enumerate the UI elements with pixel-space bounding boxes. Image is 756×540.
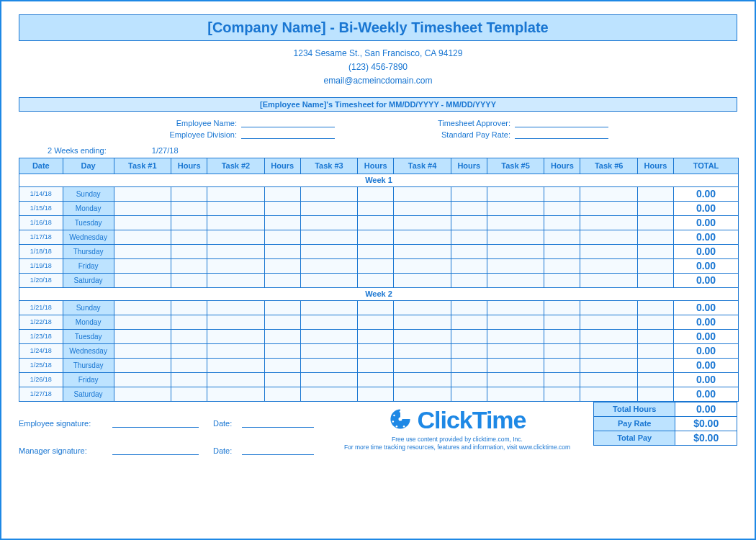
cell-hours[interactable]	[358, 273, 394, 287]
cell-hours[interactable]	[451, 329, 487, 343]
cell-task[interactable]	[207, 372, 264, 387]
cell-task[interactable]	[300, 358, 357, 372]
cell-hours[interactable]	[637, 372, 673, 387]
cell-task[interactable]	[114, 387, 171, 401]
cell-hours[interactable]	[264, 358, 300, 372]
cell-hours[interactable]	[171, 201, 207, 215]
cell-hours[interactable]	[544, 329, 580, 343]
cell-task[interactable]	[300, 258, 357, 273]
cell-hours[interactable]	[358, 258, 394, 273]
cell-hours[interactable]	[451, 258, 487, 273]
cell-hours[interactable]	[264, 343, 300, 358]
cell-task[interactable]	[207, 273, 264, 287]
cell-task[interactable]	[487, 186, 544, 201]
cell-task[interactable]	[207, 300, 264, 315]
cell-task[interactable]	[487, 258, 544, 273]
cell-hours[interactable]	[264, 387, 300, 401]
employee-name-field[interactable]	[241, 117, 335, 127]
cell-task[interactable]	[207, 343, 264, 358]
cell-task[interactable]	[207, 230, 264, 244]
cell-hours[interactable]	[544, 230, 580, 244]
cell-task[interactable]	[580, 300, 637, 315]
cell-task[interactable]	[394, 387, 451, 401]
cell-task[interactable]	[580, 343, 637, 358]
cell-hours[interactable]	[544, 201, 580, 215]
cell-hours[interactable]	[637, 186, 673, 201]
cell-hours[interactable]	[264, 329, 300, 343]
cell-hours[interactable]	[358, 315, 394, 329]
cell-task[interactable]	[114, 273, 171, 287]
cell-task[interactable]	[580, 273, 637, 287]
cell-task[interactable]	[394, 201, 451, 215]
cell-task[interactable]	[394, 329, 451, 343]
cell-task[interactable]	[207, 201, 264, 215]
cell-hours[interactable]	[171, 244, 207, 258]
cell-task[interactable]	[487, 201, 544, 215]
cell-hours[interactable]	[637, 244, 673, 258]
cell-hours[interactable]	[358, 201, 394, 215]
cell-task[interactable]	[487, 273, 544, 287]
cell-hours[interactable]	[451, 186, 487, 201]
cell-hours[interactable]	[358, 186, 394, 201]
cell-task[interactable]	[114, 186, 171, 201]
cell-task[interactable]	[394, 300, 451, 315]
cell-task[interactable]	[114, 358, 171, 372]
cell-hours[interactable]	[451, 244, 487, 258]
cell-hours[interactable]	[171, 315, 207, 329]
cell-task[interactable]	[580, 387, 637, 401]
manager-sig-date-field[interactable]	[242, 445, 314, 455]
cell-hours[interactable]	[451, 230, 487, 244]
cell-hours[interactable]	[544, 273, 580, 287]
cell-hours[interactable]	[171, 329, 207, 343]
cell-hours[interactable]	[637, 201, 673, 215]
cell-task[interactable]	[487, 387, 544, 401]
cell-hours[interactable]	[264, 230, 300, 244]
cell-hours[interactable]	[264, 201, 300, 215]
cell-task[interactable]	[207, 244, 264, 258]
cell-task[interactable]	[487, 315, 544, 329]
cell-hours[interactable]	[544, 387, 580, 401]
cell-task[interactable]	[394, 230, 451, 244]
cell-hours[interactable]	[358, 358, 394, 372]
cell-task[interactable]	[487, 300, 544, 315]
cell-task[interactable]	[207, 258, 264, 273]
cell-hours[interactable]	[171, 186, 207, 201]
cell-task[interactable]	[580, 315, 637, 329]
cell-hours[interactable]	[637, 273, 673, 287]
cell-task[interactable]	[300, 215, 357, 230]
cell-hours[interactable]	[637, 215, 673, 230]
cell-task[interactable]	[487, 329, 544, 343]
cell-hours[interactable]	[451, 273, 487, 287]
cell-hours[interactable]	[637, 230, 673, 244]
cell-task[interactable]	[580, 244, 637, 258]
cell-task[interactable]	[114, 244, 171, 258]
cell-task[interactable]	[114, 372, 171, 387]
cell-task[interactable]	[300, 329, 357, 343]
cell-hours[interactable]	[358, 343, 394, 358]
employee-signature-field[interactable]	[112, 418, 199, 428]
cell-hours[interactable]	[451, 343, 487, 358]
cell-hours[interactable]	[358, 329, 394, 343]
employee-division-field[interactable]	[241, 129, 335, 139]
cell-task[interactable]	[394, 273, 451, 287]
cell-task[interactable]	[300, 372, 357, 387]
cell-hours[interactable]	[544, 315, 580, 329]
cell-hours[interactable]	[358, 372, 394, 387]
cell-hours[interactable]	[637, 343, 673, 358]
cell-hours[interactable]	[264, 244, 300, 258]
cell-hours[interactable]	[451, 358, 487, 372]
cell-task[interactable]	[394, 215, 451, 230]
cell-task[interactable]	[394, 315, 451, 329]
cell-task[interactable]	[114, 258, 171, 273]
cell-hours[interactable]	[637, 315, 673, 329]
cell-hours[interactable]	[264, 186, 300, 201]
cell-hours[interactable]	[451, 201, 487, 215]
cell-task[interactable]	[580, 215, 637, 230]
cell-hours[interactable]	[637, 258, 673, 273]
cell-task[interactable]	[300, 387, 357, 401]
cell-task[interactable]	[487, 358, 544, 372]
cell-hours[interactable]	[171, 230, 207, 244]
cell-hours[interactable]	[637, 387, 673, 401]
cell-hours[interactable]	[264, 258, 300, 273]
cell-task[interactable]	[114, 329, 171, 343]
